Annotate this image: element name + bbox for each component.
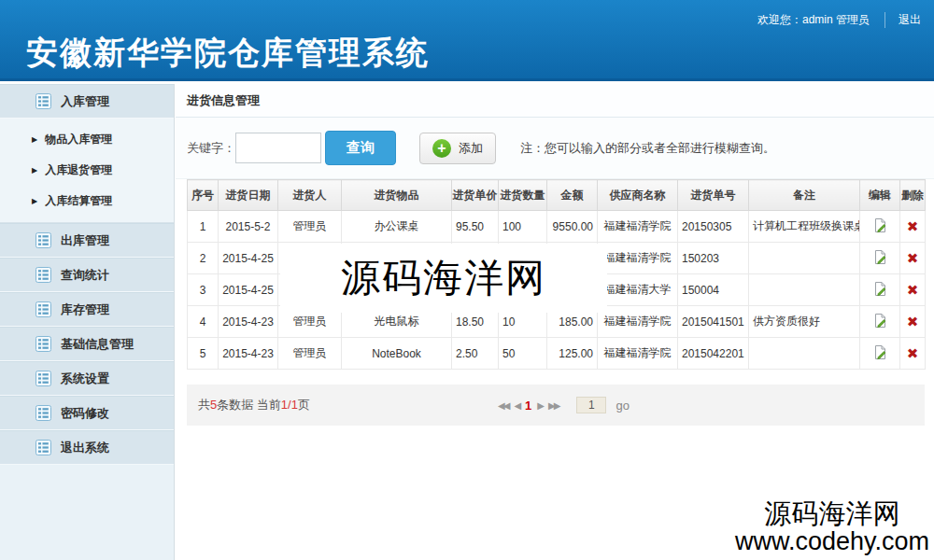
pager: ◀◀ ◀ 1 ▶ ▶▶ go (495, 385, 630, 426)
delete-icon[interactable]: ✖ (907, 345, 919, 361)
main-content: 进货信息管理 关键字： 查询 + 添加 注：您可以输入的部分或者全部进行模糊查询… (176, 84, 934, 560)
table-cell: 125.00 (547, 338, 598, 370)
sidebar-subitem-label: 入库退货管理 (45, 162, 112, 178)
query-button[interactable]: 查询 (325, 131, 396, 165)
edit-cell[interactable] (860, 274, 900, 306)
edit-icon[interactable] (872, 318, 888, 331)
table-cell: 福建福清学院 (598, 243, 678, 274)
first-page-icon[interactable]: ◀◀ (498, 400, 508, 411)
table-cell: 95.50 (452, 211, 499, 243)
edit-icon[interactable] (872, 350, 888, 363)
sidebar-item-label: 库存管理 (61, 301, 109, 318)
pagination-bar: 共5条数据 当前1/1页 ◀◀ ◀ 1 ▶ ▶▶ go (187, 385, 925, 426)
grid-icon (35, 267, 51, 283)
table-cell: 福建福清学院 (598, 306, 678, 338)
edit-cell[interactable] (860, 211, 900, 243)
sidebar-menu: 入库管理▶物品入库管理▶入库退货管理▶入库结算管理出库管理查询统计库存管理基础信… (0, 84, 174, 465)
sidebar-item[interactable]: 基础信息管理 (0, 327, 174, 361)
sidebar-subitem[interactable]: ▶入库退货管理 (0, 155, 174, 186)
column-header: 序号 (188, 180, 219, 211)
page-number-input[interactable] (576, 397, 606, 413)
grid-icon (35, 336, 51, 352)
sidebar-item[interactable]: 入库管理 (0, 84, 174, 119)
logout-link[interactable]: 退出 (884, 12, 921, 28)
grid-icon (35, 93, 51, 109)
edit-cell[interactable] (860, 306, 900, 338)
last-page-icon[interactable]: ▶▶ (548, 400, 559, 411)
keyword-input[interactable] (235, 133, 321, 163)
page-title: 进货信息管理 (176, 84, 934, 118)
triangle-bullet-icon: ▶ (32, 166, 37, 175)
column-header: 进货物品 (342, 180, 452, 211)
column-header: 金额 (547, 180, 598, 211)
table-cell: 100 (499, 211, 547, 243)
current-suffix: 页 (298, 398, 310, 412)
current-page: 1/1 (281, 398, 298, 412)
delete-icon[interactable]: ✖ (907, 218, 919, 234)
column-header: 供应商名称 (598, 180, 678, 211)
table-cell (749, 243, 860, 274)
column-header: 进货单价 (452, 180, 499, 211)
next-page-icon[interactable]: ▶ (537, 400, 543, 411)
edit-cell[interactable] (860, 243, 900, 274)
delete-cell[interactable]: ✖ (900, 306, 926, 338)
sidebar-item-label: 密码修改 (61, 405, 109, 422)
table-row: 52015-4-23管理员NoteBook2.5050125.00福建福清学院2… (188, 338, 926, 370)
welcome-text: 欢迎您：admin 管理员 (757, 12, 870, 28)
user-bar: 欢迎您：admin 管理员 退出 (757, 12, 921, 28)
table-cell: 2.50 (452, 338, 499, 370)
grid-icon (35, 232, 51, 248)
go-button[interactable]: go (616, 399, 629, 413)
delete-icon[interactable]: ✖ (907, 314, 919, 329)
add-button[interactable]: + 添加 (419, 133, 496, 164)
table-row: 12015-5-2管理员办公课桌95.501009550.00福建福清学院201… (188, 211, 926, 243)
delete-cell[interactable]: ✖ (900, 274, 926, 306)
delete-icon[interactable]: ✖ (907, 282, 919, 298)
table-cell: 1 (188, 211, 219, 243)
delete-cell[interactable]: ✖ (900, 338, 926, 370)
edit-icon[interactable] (872, 287, 888, 300)
table-cell (749, 274, 860, 306)
sidebar-subitem[interactable]: ▶物品入库管理 (0, 124, 174, 155)
table-cell: 2015-4-23 (219, 306, 278, 338)
table-cell: 2015-5-2 (219, 211, 278, 243)
sidebar-item[interactable]: 密码修改 (0, 396, 174, 430)
sidebar-item-label: 查询统计 (61, 267, 109, 284)
corner-watermark-line2: www.codehy.com (735, 528, 929, 554)
center-watermark: 源码海洋网 (280, 244, 607, 313)
column-header: 进货单号 (678, 180, 749, 211)
pagination-summary: 共5条数据 当前1/1页 (187, 397, 310, 413)
prev-page-icon[interactable]: ◀ (514, 400, 519, 411)
table-cell: 20150305 (678, 211, 749, 243)
table-cell: 2015-4-25 (219, 274, 278, 306)
sidebar-submenu: ▶物品入库管理▶入库退货管理▶入库结算管理 (0, 119, 174, 223)
sidebar-item[interactable]: 退出系统 (0, 430, 174, 465)
sidebar-item[interactable]: 库存管理 (0, 292, 174, 327)
column-header: 编辑 (860, 180, 900, 211)
sidebar-item[interactable]: 系统设置 (0, 361, 174, 396)
sidebar-item-label: 基础信息管理 (61, 336, 134, 353)
app-header: 安徽新华学院仓库管理系统 欢迎您：admin 管理员 退出 (0, 0, 934, 81)
sidebar-item[interactable]: 查询统计 (0, 258, 174, 292)
current-page-number: 1 (525, 399, 531, 413)
edit-cell[interactable] (860, 338, 900, 370)
table-cell: 150004 (678, 274, 749, 306)
sidebar-item[interactable]: 出库管理 (0, 223, 174, 258)
table-cell: 5 (188, 338, 219, 370)
grid-icon (35, 405, 51, 421)
table-cell: 办公课桌 (342, 211, 452, 243)
edit-icon[interactable] (872, 255, 888, 268)
grid-icon (35, 371, 51, 386)
table-cell: 9550.00 (547, 211, 598, 243)
table-cell: 2 (188, 243, 219, 274)
corner-watermark-line1: 源码海洋网 (735, 499, 929, 527)
table-cell: 2015041501 (678, 306, 749, 338)
table-cell: 4 (188, 306, 219, 338)
delete-cell[interactable]: ✖ (900, 243, 926, 274)
delete-icon[interactable]: ✖ (907, 250, 919, 266)
edit-icon[interactable] (872, 223, 888, 236)
delete-cell[interactable]: ✖ (900, 211, 926, 243)
sidebar-subitem[interactable]: ▶入库结算管理 (0, 186, 174, 217)
sidebar-item-label: 入库管理 (61, 93, 109, 110)
column-header: 备注 (749, 180, 860, 211)
